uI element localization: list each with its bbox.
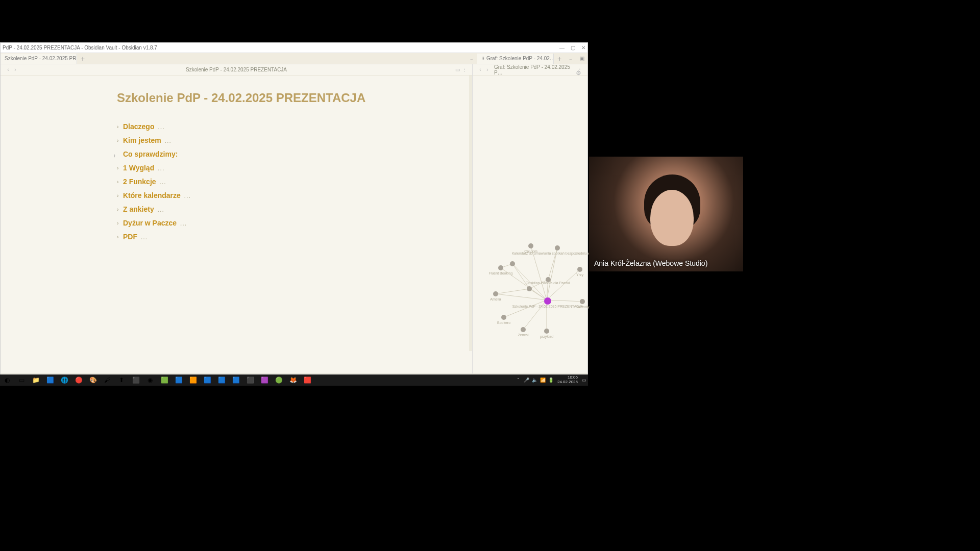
split-pane-button[interactable]: ▣ [576,55,587,62]
graph-node[interactable] [544,329,549,334]
taskbar-app-icon[interactable]: 🖌 [100,374,114,386]
chevron-right-icon[interactable]: › [117,165,123,171]
taskbar-app-icon[interactable]: 🟦 [172,374,186,386]
taskbar-app-icon[interactable]: 🟥 [300,374,314,386]
chevron-right-icon[interactable]: › [117,234,123,240]
taskbar-app-icon[interactable]: 🟦 [214,374,229,386]
graph-node-label: Bookero [497,321,510,324]
graph-node[interactable] [577,267,582,272]
graph-settings-button[interactable]: ⚙ [576,69,581,77]
outline-heading[interactable]: ›Które kalendarze… [117,191,452,199]
participant-name: Ania Król-Żelazna (Webowe Studio) [594,259,707,267]
obsidian-window: PdP - 24.02.2025 PREZENTACJA - Obsidian … [0,42,588,384]
tab-document[interactable]: Szkolenie PdP - 24.02.2025 PREZ… ✕ [1,54,77,64]
graph-node[interactable] [544,297,551,305]
graph-node[interactable] [510,261,515,266]
graph-node[interactable] [498,265,503,270]
outline-heading[interactable]: ›2 Funkcje… [117,178,452,186]
tray-icon[interactable]: 🔋 [547,378,555,383]
taskbar-app-icon[interactable]: ▭ [14,374,29,386]
heading-text: Dlaczego [123,122,154,131]
tab-dropdown[interactable]: ⌄ [466,56,477,61]
taskbar-app-icon[interactable]: ◐ [0,374,14,386]
chevron-right-icon[interactable]: › [117,179,123,185]
taskbar-app-icon[interactable]: ⬛ [129,374,143,386]
taskbar-app-icon[interactable]: 🟦 [200,374,214,386]
outline-heading[interactable]: ↕›Co sprawdzimy: [117,150,452,158]
outline-heading[interactable]: ›Kim jestem… [117,136,452,144]
collapse-dots-icon[interactable]: … [180,219,187,227]
chevron-right-icon[interactable]: › [117,123,123,130]
taskbar-app-icon[interactable]: 🔴 [71,374,86,386]
collapse-dots-icon[interactable]: … [157,205,164,213]
collapse-dots-icon[interactable]: … [159,178,166,186]
document-title[interactable]: Szkolenie PdP - 24.02.2025 PREZENTACJA [117,91,452,105]
chevron-right-icon[interactable]: › [117,192,123,198]
tab-dropdown-right[interactable]: ⌄ [565,56,576,61]
chevron-right-icon[interactable]: › [117,137,123,143]
reading-mode-button[interactable]: ▭ [454,67,461,72]
tray-icon[interactable]: 🎤 [523,378,531,383]
taskbar-app-icon[interactable]: 🟩 [157,374,172,386]
collapse-dots-icon[interactable]: … [140,233,148,241]
graph-node-label: Zencal [518,333,528,337]
taskbar-app-icon[interactable]: 🟢 [272,374,286,386]
outline-heading[interactable]: ›Dlaczego… [117,122,452,131]
nav-back-button[interactable]: ‹ [477,67,484,72]
taskbar-app-icon[interactable]: 🦊 [286,374,300,386]
taskbar-app-icon[interactable]: 🟧 [186,374,200,386]
outline-heading[interactable]: ›1 Wygląd… [117,164,452,172]
graph-node[interactable] [555,245,560,251]
nav-forward-button[interactable]: › [12,67,19,72]
taskbar-app-icon[interactable]: 🎨 [86,374,100,386]
collapse-dots-icon[interactable]: … [157,164,164,172]
taskbar-app-icon[interactable]: 🟦 [43,374,57,386]
new-tab-button-right[interactable]: + [554,55,565,63]
chevron-right-icon[interactable]: › [117,206,123,212]
taskbar-app-icon[interactable]: ◉ [143,374,157,386]
collapse-dots-icon[interactable]: … [157,122,164,131]
outline-heading[interactable]: ›Dyżur w Paczce… [117,219,452,227]
graph-node[interactable] [527,286,532,291]
graph-view[interactable]: Cal.comKalendarz do umawiania spotkań be… [478,156,582,363]
graph-pane: ‹ › Graf: Szkolenie PdP - 24.02.2025 P… … [473,64,587,373]
svg-line-8 [547,300,582,302]
nav-back-button[interactable]: ‹ [5,67,12,72]
collapse-dots-icon[interactable]: … [164,136,172,144]
window-close-button[interactable]: ✕ [581,45,585,51]
show-desktop-button[interactable]: ▭ [580,378,588,383]
video-participant-tile[interactable]: Ania Król-Żelazna (Webowe Studio) [589,157,743,271]
taskbar-clock[interactable]: 10:06 24.02.2025 [555,375,580,385]
window-minimize-button[interactable]: — [559,45,565,51]
graph-node[interactable] [528,243,533,248]
tray-icon[interactable]: 🔈 [531,378,539,383]
outline-heading[interactable]: ›PDF… [117,233,452,241]
tray-icon[interactable]: 📶 [539,378,547,383]
outline-heading[interactable]: ›Z ankiety… [117,205,452,213]
taskbar-app-icon[interactable]: 📁 [29,374,43,386]
taskbar-app-icon[interactable]: 🟦 [229,374,243,386]
graph-node[interactable] [580,299,585,304]
pane-more-button[interactable]: ⋮ [461,67,468,72]
scrollbar[interactable] [469,76,472,351]
new-tab-button[interactable]: + [77,55,88,63]
pane-header: ‹ › Szkolenie PdP - 24.02.2025 PREZENTAC… [1,64,472,76]
taskbar-app-icon[interactable]: 🌐 [57,374,71,386]
document-body[interactable]: Szkolenie PdP - 24.02.2025 PREZENTACJA ›… [1,76,472,241]
graph-node[interactable] [493,291,498,296]
tray-icon[interactable]: ˄ [514,378,523,383]
taskbar-app-icon[interactable]: ⬆ [114,374,129,386]
taskbar-app-icon[interactable]: 🟪 [257,374,272,386]
graph-node[interactable] [521,327,526,332]
tab-graph[interactable]: ⁝⁝ Graf: Szkolenie PdP - 24.02… ✕ [477,54,554,64]
window-maximize-button[interactable]: ▢ [571,45,575,51]
windows-taskbar[interactable]: ◐▭📁🟦🌐🔴🎨🖌⬆⬛◉🟩🟦🟧🟦🟦🟦⬛🟪🟢🦊🟥 ˄🎤🔈📶🔋 10:06 24.02… [0,374,588,386]
collapse-dots-icon[interactable]: … [184,191,191,199]
graph-node[interactable] [501,315,506,320]
window-title-bar[interactable]: PdP - 24.02.2025 PREZENTACJA - Obsidian … [1,43,587,53]
nav-forward-button[interactable]: › [484,67,491,72]
chevron-right-icon[interactable]: › [117,220,123,226]
taskbar-app-icon[interactable]: ⬛ [243,374,257,386]
svg-line-9 [504,300,547,317]
svg-line-1 [547,248,557,300]
